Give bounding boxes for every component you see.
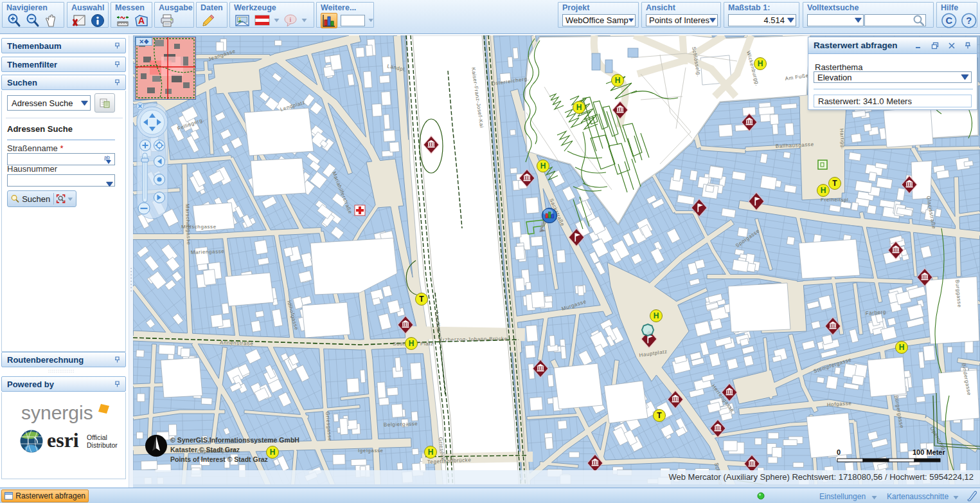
svg-text:synergis: synergis <box>21 402 93 423</box>
svg-text:H: H <box>899 343 905 352</box>
svg-text:H: H <box>758 59 763 68</box>
svg-text:Kataster © Stadt Graz: Kataster © Stadt Graz <box>170 446 240 453</box>
svg-text:H: H <box>270 448 276 457</box>
svg-text:H: H <box>615 76 621 85</box>
svg-text:H: H <box>409 339 414 348</box>
svg-text:© SynerGIS.Informationssysteme: © SynerGIS.Informationssysteme GmbH <box>170 436 299 444</box>
svg-text:Belgiergasse: Belgiergasse <box>384 421 418 428</box>
svg-text:H: H <box>540 161 546 170</box>
svg-text:T: T <box>657 411 662 420</box>
svg-text:C: C <box>945 15 952 25</box>
svg-text:i: i <box>290 15 292 23</box>
svg-text:Mariengasse: Mariengasse <box>191 248 225 255</box>
svg-text:T: T <box>832 179 837 188</box>
svg-text:T: T <box>419 295 424 304</box>
svg-text:Erzherzog-Johann-Brücke: Erzherzog-Johann-Brücke <box>439 336 508 343</box>
svg-text:H: H <box>821 186 826 195</box>
svg-text:H: H <box>576 103 582 112</box>
svg-text:H: H <box>654 311 659 320</box>
svg-text:Annenstraße: Annenstraße <box>220 340 254 347</box>
svg-text:H: H <box>428 448 434 457</box>
svg-text:?: ? <box>966 15 972 25</box>
svg-text:Web Mercator (Auxiliary Sphere: Web Mercator (Auxiliary Sphere) Rechtswe… <box>668 472 974 482</box>
svg-text:Freiheitspl.: Freiheitspl. <box>821 197 850 203</box>
svg-text:A: A <box>138 15 145 26</box>
svg-text:100 Meter: 100 Meter <box>913 448 945 456</box>
svg-text:ab: ab <box>104 154 110 160</box>
svg-text:Points of Interest © Stadt Gra: Points of Interest © Stadt Graz <box>170 455 268 463</box>
svg-text:Igelgasse: Igelgasse <box>358 448 384 453</box>
svg-text:0: 0 <box>837 448 841 456</box>
